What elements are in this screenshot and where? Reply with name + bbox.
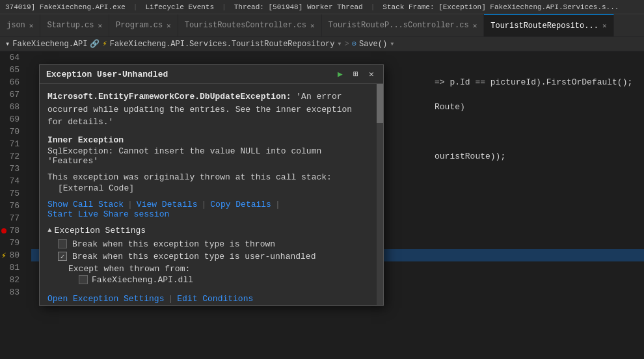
close-icon[interactable]: ✕ — [29, 21, 34, 30]
line-num-79: 79 — [0, 237, 25, 249]
editor-area: 64 65 66 67 68 69 70 71 72 73 74 75 76 7… — [0, 51, 644, 359]
code-line-64 — [31, 51, 644, 64]
line-num-83: 83 — [0, 286, 25, 299]
exception-message: Microsoft.EntityFrameworkCore.DbUpdateEx… — [47, 90, 375, 129]
open-exception-settings-link[interactable]: Open Exception Settings — [47, 294, 164, 304]
dialog-header: Exception User-Unhandled ▶ ⊞ ✕ — [40, 65, 383, 84]
show-call-stack-link[interactable]: Show Call Stack — [47, 200, 124, 209]
setting-label-thrown: Break when this exception type is thrown — [72, 239, 275, 249]
thread-info: Thread: [501948] Worker Thread — [234, 3, 363, 11]
line-num-65: 65 — [0, 64, 25, 76]
close-button[interactable]: ✕ — [366, 69, 377, 79]
checkbox-break-unhandled[interactable]: ✓ — [58, 252, 67, 261]
settings-header: ▲ Exception Settings — [47, 226, 375, 235]
line-num-82: 82 — [0, 274, 25, 286]
line-num-72: 72 — [0, 150, 25, 163]
dialog-controls: ▶ ⊞ ✕ — [335, 69, 377, 79]
exception-dialog: Exception User-Unhandled ▶ ⊞ ✕ Microsoft… — [39, 64, 384, 306]
line-num-68: 68 — [0, 101, 25, 113]
line-num-76: 76 — [0, 200, 25, 212]
edit-conditions-link[interactable]: Edit Conditions — [177, 294, 253, 304]
checkbox-break-thrown[interactable] — [58, 239, 67, 248]
action-links: Show Call Stack | View Details | Copy De… — [47, 200, 375, 219]
line-num-71: 71 — [0, 138, 25, 150]
line-num-67: 67 — [0, 88, 25, 101]
line-num-70: 70 — [0, 126, 25, 138]
exception-type: Microsoft.EntityFrameworkCore.DbUpdateEx… — [47, 92, 291, 101]
exception-settings-section: ▲ Exception Settings Break when this exc… — [47, 226, 375, 285]
line-num-80: 80 ⚡ — [0, 249, 25, 261]
breadcrumb-bar: ▾ FakeXiecheng.API 🔗 ⚡ FakeXiecheng.API.… — [0, 37, 644, 51]
lifecycle-events: Lifecycle Events — [145, 3, 214, 11]
except-dll-label: FakeXiecheng.API.dll — [92, 275, 193, 285]
setting-label-unhandled: Break when this exception type is user-u… — [72, 252, 315, 261]
tab-tourist-routes[interactable]: TouristRoutesController.cs ✕ — [178, 14, 322, 37]
stack-frame-info: Stack Frame: [Exception] FakeXiecheng.AP… — [382, 3, 619, 11]
play-button[interactable]: ▶ — [335, 69, 345, 79]
inner-exception-label: Inner Exception — [47, 135, 375, 145]
debug-bar: 374019] FakeXiecheng.API.exe | Lifecycle… — [0, 0, 644, 14]
breadcrumb-method[interactable]: ⊙ Save() ▾ — [352, 39, 395, 49]
copy-details-link[interactable]: Copy Details — [210, 200, 271, 209]
external-code: [External Code] — [47, 183, 375, 193]
line-num-73: 73 — [0, 163, 25, 175]
close-icon[interactable]: ✕ — [310, 21, 315, 30]
start-live-share-link[interactable]: Start Live Share session — [47, 209, 169, 219]
line-num-64: 64 — [0, 51, 25, 64]
close-icon[interactable]: ✕ — [98, 21, 102, 30]
except-item-dll: FakeXiecheng.API.dll — [47, 275, 375, 285]
line-num-77: 77 — [0, 212, 25, 224]
except-checkbox-dll[interactable] — [79, 275, 88, 284]
tab-json[interactable]: json ✕ — [0, 14, 40, 37]
line-num-78: 78 — [0, 224, 25, 237]
tab-bar: json ✕ Startup.cs ✕ Program.cs ✕ Tourist… — [0, 14, 644, 37]
settings-title: Exception Settings — [55, 226, 146, 235]
tab-tourist-repo[interactable]: TouristRouteReposito... ✕ — [484, 14, 613, 37]
close-icon[interactable]: ✕ — [167, 21, 171, 30]
scrollbar-thumb[interactable] — [377, 84, 383, 123]
line-num-74: 74 — [0, 175, 25, 187]
inner-exception-text: SqlException: Cannot insert the value NU… — [47, 146, 375, 166]
tab-startup[interactable]: Startup.cs ✕ — [40, 14, 109, 37]
checkmark-icon: ✓ — [60, 252, 65, 261]
tab-program[interactable]: Program.cs ✕ — [109, 14, 178, 37]
view-details-link[interactable]: View Details — [137, 200, 198, 209]
tab-tourist-route-p[interactable]: TouristRouteP...sController.cs ✕ — [322, 14, 485, 37]
line-num-69: 69 — [0, 113, 25, 126]
call-stack-text: This exception was originally thrown at … — [47, 172, 375, 182]
line-num-66: 66 — [0, 76, 25, 88]
pin-button[interactable]: ⊞ — [351, 69, 361, 79]
close-icon[interactable]: ✕ — [602, 21, 607, 30]
dialog-body: Microsoft.EntityFrameworkCore.DbUpdateEx… — [40, 84, 383, 305]
setting-row-unhandled: ✓ Break when this exception type is user… — [47, 252, 375, 261]
setting-row-thrown: Break when this exception type is thrown — [47, 239, 375, 249]
scrollbar[interactable] — [377, 84, 383, 305]
except-when-label: Except when thrown from: — [47, 264, 375, 274]
line-numbers: 64 65 66 67 68 69 70 71 72 73 74 75 76 7… — [0, 51, 31, 359]
triangle-icon: ▲ — [47, 226, 52, 234]
breadcrumb-class[interactable]: ⚡ FakeXiecheng.API.Services.TouristRoute… — [102, 39, 342, 49]
dialog-title: Exception User-Unhandled — [46, 70, 168, 79]
close-icon[interactable]: ✕ — [473, 21, 477, 30]
line-num-81: 81 — [0, 261, 25, 274]
bottom-links: Open Exception Settings | Edit Condition… — [47, 291, 375, 304]
file-info: 374019] FakeXiecheng.API.exe — [5, 3, 126, 11]
breadcrumb-namespace: FakeXiecheng.API — [12, 40, 87, 49]
line-num-75: 75 — [0, 187, 25, 200]
breadcrumb-dropdown[interactable]: ▾ — [5, 39, 10, 49]
